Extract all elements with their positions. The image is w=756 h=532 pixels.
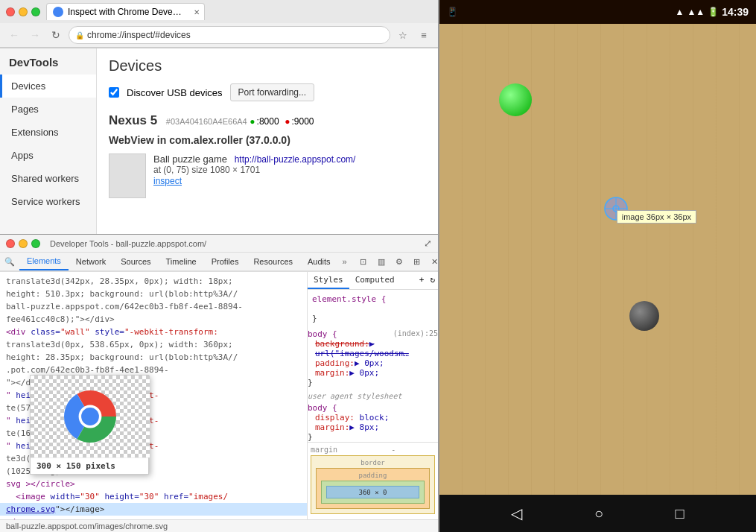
back-button[interactable]: ← [6,27,22,43]
maximize-button[interactable] [31,7,40,16]
svg-point-2 [81,408,99,425]
content-box: 360 × 0 [326,486,419,498]
sidebar-item-apps[interactable]: Apps [0,144,96,167]
code-line: <div class="wall" style="-webkit-transfo… [0,326,307,338]
home-nav-icon[interactable]: ○ [594,505,603,522]
code-line: translate3d(0px, 538.65px, 0px); width: … [0,338,307,351]
selector-body-ua: body { [308,403,337,413]
sidebar-item-shared-workers[interactable]: Shared workers [0,167,96,190]
recents-nav-icon[interactable]: □ [675,505,684,522]
sidebar-item-extensions[interactable]: Extensions [0,121,96,144]
closing-brace-2: } [308,378,313,387]
tab-network[interactable]: Network [69,253,113,270]
browser-tab[interactable]: Inspect with Chrome Deve… ✕ [46,3,205,20]
tab-title: Inspect with Chrome Deve… [68,7,182,17]
tab-timeline[interactable]: Timeline [159,253,204,270]
sidebar-item-pages[interactable]: Pages [0,98,96,121]
app-info: Ball puzzle game http://ball-puzzle.apps… [153,153,426,186]
app-location: at (0, 75) size 1080 × 1701 [153,165,426,175]
console-icon[interactable]: ⊡ [356,254,371,269]
back-nav-icon[interactable]: ◁ [511,504,522,522]
lower-maximize-button[interactable] [31,239,40,248]
padding-box: 360 × 0 [321,481,425,504]
devtools-tab-icons: ⊡ ▥ ⚙ ⊞ ✕ [352,254,438,269]
code-line-selected[interactable]: chrome.svg"></image> [0,503,307,516]
style-padding-value: ▶ 0px; [355,358,384,368]
time-display: 14:39 [722,6,749,18]
styles-tab[interactable]: Styles [308,272,349,289]
search-icon[interactable]: 🔍 [0,253,19,270]
style-rule-body: body { (index):25 background:▶ url("imag… [308,329,438,387]
dock-icon[interactable]: ⊞ [410,254,425,269]
address-bar[interactable]: 🔒 chrome://inspect/#devices [69,26,390,44]
tab-elements[interactable]: Elements [19,253,69,270]
dark-ball [629,301,659,331]
expand-icon[interactable]: ⤢ [424,238,432,249]
code-line: height: 28.35px; background: url(blob:ht… [0,351,307,364]
devtools-area: DevTools Devices Pages Extensions Apps S… [0,48,438,234]
forward-button[interactable]: → [27,27,43,43]
closing-brace: } [312,314,317,323]
code-line: <image width="30" height="30" href="imag… [0,490,307,503]
devtools-title: DevTools [0,48,96,75]
sidebar-item-service-workers[interactable]: Service workers [0,190,96,213]
style-margin-ua: margin: [315,422,349,432]
new-style-rule-icon[interactable]: + [416,272,428,289]
port-green: :8000 [250,116,279,127]
code-line: height: 510.3px; background: url(blob:ht… [0,288,307,300]
sidebar-item-devices[interactable]: Devices [0,75,96,98]
title-bar: Inspect with Chrome Deve… ✕ [0,0,438,23]
browser-panel: Inspect with Chrome Deve… ✕ ← → ↻ 🔒 chro… [0,0,439,532]
lower-close-button[interactable] [6,239,15,248]
device-id: #03A404160A4E66A4 [166,117,247,126]
tab-close-icon[interactable]: ✕ [194,8,200,16]
close-devtools-icon[interactable]: ✕ [428,254,438,269]
computed-tab[interactable]: Computed [349,272,401,289]
inspect-link[interactable]: inspect [153,176,182,186]
code-line: ball-puzzle.appspot.com/642ec0b3-fb8f-4e… [0,300,307,313]
lower-devtools-panel: Developer Tools - ball-puzzle.appspot.co… [0,234,438,532]
close-button[interactable] [6,7,15,16]
margin-box: border padding 360 × 0 [311,455,435,514]
tab-resources[interactable]: Resources [246,253,300,270]
settings-icon[interactable]: ⚙ [392,254,407,269]
more-tabs-button[interactable]: » [338,253,352,270]
tooltip-text: image 36px × 36px [622,212,691,221]
tab-audits[interactable]: Audits [300,253,338,270]
lower-window-controls: Developer Tools - ball-puzzle.appspot.co… [0,235,438,253]
android-panel: 📱 ▲ ▲▲ 🔋 14:39 [439,0,756,532]
lock-icon: 🔒 [75,31,84,39]
android-status-right: ▲ ▲▲ 🔋 14:39 [676,6,749,18]
device-row: Nexus 5 #03A404160A4E66A4 :8000 :9000 [109,113,426,128]
style-display: display: [315,413,355,422]
port-forwarding-button[interactable]: Port forwarding... [230,83,314,101]
chrome-image-preview: 300 × 150 pixels [30,375,149,475]
refresh-style-icon[interactable]: ↻ [427,272,438,289]
port-red: :9000 [285,116,314,127]
app-row: Ball puzzle game http://ball-puzzle.apps… [109,153,426,198]
tab-profiles[interactable]: Profiles [204,253,247,270]
lower-minimize-button[interactable] [19,239,28,248]
chrome-icon-area [31,376,150,457]
android-status-left: 📱 [447,7,458,17]
notification-icon: 📱 [447,7,458,17]
code-line: fee461cc40c8);"></div> [0,313,307,326]
minimize-button[interactable] [19,7,28,16]
signal-icon: ▲▲ [687,7,705,17]
reload-button[interactable]: ↻ [48,27,64,43]
wifi-icon: ▲ [676,7,684,17]
bookmark-icon[interactable]: ☆ [395,27,411,43]
tab-favicon [53,7,63,17]
style-rule-element: element.style { } [308,293,438,325]
margin-label: margin - [311,446,435,454]
user-agent-label: user agent stylesheet [308,392,438,400]
style-prop-placeholder [321,304,326,314]
style-rule-body-ua: body { display: block; margin:▶ 8px; } [308,403,438,442]
closing-brace-3: } [308,432,313,442]
discover-checkbox[interactable] [109,87,119,98]
padding-label: padding [320,472,426,479]
menu-icon[interactable]: ≡ [416,27,432,43]
tab-sources[interactable]: Sources [113,253,158,270]
battery-icon: 🔋 [708,7,719,17]
layout-icon[interactable]: ▥ [374,254,389,269]
